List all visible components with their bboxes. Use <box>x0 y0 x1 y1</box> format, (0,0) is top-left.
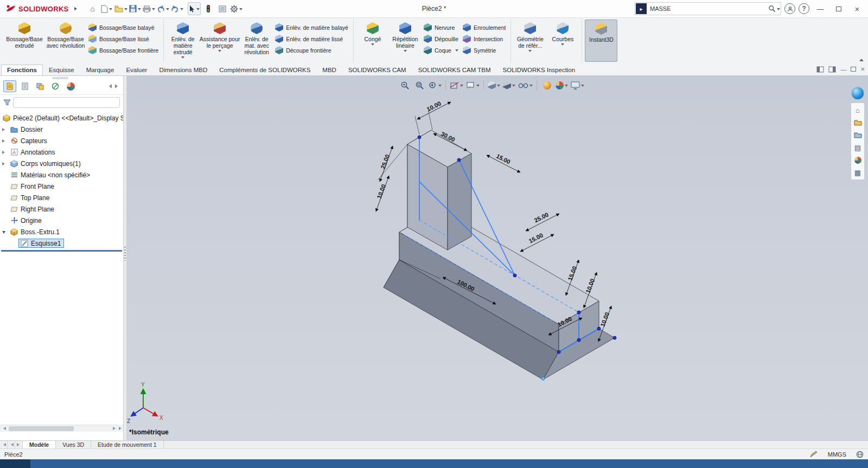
curves-button[interactable]: Courbes <box>546 20 579 62</box>
viewport-close-icon[interactable]: × <box>860 65 865 73</box>
open-button[interactable] <box>114 2 127 15</box>
edit-appearance-button[interactable] <box>540 78 553 92</box>
tab-fonctions[interactable]: Fonctions <box>1 65 43 75</box>
tab-mbd[interactable]: MBD <box>316 65 342 75</box>
expand-arrow-icon[interactable] <box>2 139 7 143</box>
dynamic-annotation-button[interactable] <box>465 78 480 92</box>
tabs-prev-icon[interactable] <box>8 441 15 448</box>
featuremanager-tab[interactable] <box>3 80 16 92</box>
search-box[interactable]: ▸ <box>635 2 781 15</box>
tab-esquisse[interactable]: Esquisse <box>43 65 80 75</box>
tab-marquage[interactable]: Marquage <box>80 65 120 75</box>
appearances-scenes-icon[interactable] <box>853 156 863 164</box>
tree-item-solid-bodies[interactable]: Corps volumiques(1) <box>0 158 123 169</box>
tab-vues-3d[interactable]: Vues 3D <box>56 441 91 448</box>
panel-tabs-scroll-left-icon[interactable] <box>107 84 112 88</box>
panel-tabs-scroll-right-icon[interactable] <box>115 84 120 88</box>
tabs-first-icon[interactable] <box>0 441 8 448</box>
tree-item-right-plane[interactable]: Right Plane <box>0 203 123 215</box>
help-button[interactable]: ? <box>799 3 809 14</box>
language-globe-icon[interactable] <box>856 451 864 458</box>
cut-extrude-button[interactable]: Enlèv. de matière extrudé <box>167 20 199 62</box>
wrap-button[interactable]: Enroulement <box>463 23 506 31</box>
tab-motion-study[interactable]: Etude de mouvement 1 <box>91 441 164 448</box>
tree-item-sketch1[interactable]: Esquisse1 <box>0 238 123 249</box>
draft-button[interactable]: Dépouille <box>424 35 458 43</box>
expand-arrow-icon[interactable] <box>2 151 7 154</box>
mirror-button[interactable]: Symétrie <box>463 46 506 54</box>
select-tool-button[interactable] <box>188 2 201 15</box>
task-list-button[interactable] <box>216 2 229 15</box>
expand-arrow-icon[interactable] <box>2 162 7 165</box>
pane-left-icon[interactable] <box>816 66 824 73</box>
view-palette-icon[interactable]: ▤ <box>853 143 863 152</box>
apply-scene-button[interactable] <box>555 78 569 92</box>
ribbon-collapse-icon[interactable] <box>859 56 864 61</box>
redo-button[interactable] <box>171 2 184 15</box>
tree-item-top-plane[interactable]: Top Plane <box>0 192 123 203</box>
boss-revolve-button[interactable]: Bossage/Base avec révolution <box>45 20 86 62</box>
cut-boundary-button[interactable]: Découpe frontière <box>275 46 348 54</box>
displaymanager-tab[interactable] <box>64 80 77 92</box>
print-button[interactable] <box>143 2 156 15</box>
tab-solidworks-cam-tbm[interactable]: SOLIDWORKS CAM TBM <box>412 65 497 75</box>
cut-loft-button[interactable]: Enlèv. de matière lissé <box>275 35 348 43</box>
viewport-restore-icon[interactable] <box>851 67 856 72</box>
expand-arrow-icon[interactable] <box>2 128 7 131</box>
tree-item-boss-extrude1[interactable]: Boss.-Extru.1 <box>0 226 123 238</box>
file-explorer-icon[interactable] <box>853 131 863 139</box>
tab-modele[interactable]: Modèle <box>23 441 56 448</box>
resources-home-icon[interactable]: ⌂ <box>853 106 863 114</box>
custom-properties-icon[interactable]: ▦ <box>853 168 863 177</box>
dimxpertmanager-tab[interactable] <box>49 80 62 92</box>
dropdown-icon[interactable] <box>181 56 184 60</box>
search-input[interactable] <box>647 5 768 12</box>
tree-horizontal-scrollbar[interactable] <box>0 425 119 432</box>
view-settings-button[interactable] <box>570 78 585 92</box>
viewport-minimize-icon[interactable]: — <box>840 66 846 73</box>
user-account-icon[interactable] <box>784 3 795 14</box>
section-view-button[interactable] <box>449 78 464 92</box>
pane-right-icon[interactable] <box>828 66 836 73</box>
instant3d-button[interactable]: Instant3D <box>585 20 617 62</box>
zoom-fit-button[interactable] <box>398 78 411 92</box>
close-button[interactable]: × <box>850 2 865 15</box>
tab-dimensions-mbd[interactable]: Dimensions MBD <box>153 65 213 75</box>
design-library-icon[interactable] <box>853 118 863 127</box>
scrollbar-thumb[interactable] <box>9 426 74 431</box>
hole-wizard-button[interactable]: Assistance pour le perçage <box>199 20 240 62</box>
tree-filter-box[interactable] <box>13 97 120 108</box>
home-button[interactable]: ⌂ <box>86 2 99 15</box>
maximize-button[interactable] <box>831 2 846 15</box>
boss-loft-button[interactable]: Bossage/Base lissé <box>88 35 158 43</box>
model-3d[interactable]: Y X Z <box>127 76 868 440</box>
dropdown-icon[interactable] <box>528 50 532 54</box>
model-body[interactable] <box>384 130 615 380</box>
reference-geometry-button[interactable]: Géométrie de référ... <box>514 20 546 62</box>
intersect-button[interactable]: Intersection <box>463 35 506 43</box>
collapse-arrow-icon[interactable] <box>2 231 5 235</box>
tree-item-part-root[interactable]: Pièce2 (Default) <<Default>_Display S <box>0 112 123 124</box>
fillet-button[interactable]: Congé <box>356 20 389 62</box>
previous-view-button[interactable] <box>427 78 442 92</box>
boss-extrude-button[interactable]: Bossage/Base extrudé <box>4 20 45 62</box>
tab-solidworks-cam[interactable]: SOLIDWORKS CAM <box>342 65 412 75</box>
edit-annotation-icon[interactable] <box>810 451 818 458</box>
cut-sweep-button[interactable]: Enlèv. de matière balayé <box>275 23 348 31</box>
search-icon[interactable] <box>768 5 776 12</box>
3dexperience-icon[interactable] <box>851 87 864 100</box>
panel-flyout-icon[interactable] <box>118 425 123 432</box>
dropdown-icon[interactable] <box>561 43 564 47</box>
tab-complements[interactable]: Compléments de SOLIDWORKS <box>213 65 316 75</box>
tree-item-origin[interactable]: Origine <box>0 215 123 226</box>
scroll-right-icon[interactable] <box>111 425 119 432</box>
tree-item-front-plane[interactable]: Front Plane <box>0 181 123 192</box>
tree-item-annotations[interactable]: A Annotations <box>0 146 123 158</box>
configurationmanager-tab[interactable] <box>34 80 47 92</box>
minimize-button[interactable]: — <box>813 2 828 15</box>
shell-button[interactable]: Coque <box>424 46 458 54</box>
display-style-button[interactable] <box>502 78 516 92</box>
rollback-bar[interactable] <box>1 250 122 252</box>
panel-drag-handle[interactable] <box>52 77 68 79</box>
tab-solidworks-inspection[interactable]: SOLIDWORKS Inspection <box>497 65 582 75</box>
